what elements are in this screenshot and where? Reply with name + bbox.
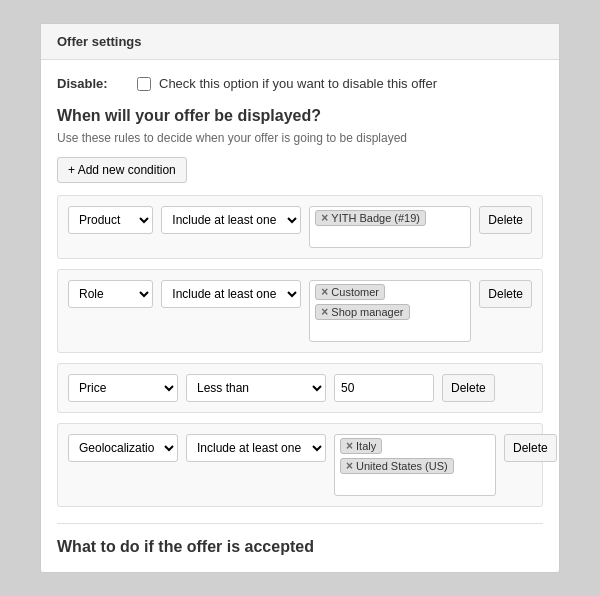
tag-input-0[interactable]: [315, 230, 465, 244]
tag-remove-icon[interactable]: ×: [321, 286, 328, 298]
condition-row: RoleInclude at least one of×Customer×Sho…: [57, 269, 543, 353]
disable-checkbox[interactable]: [137, 77, 151, 91]
when-title: When will your offer be displayed?: [57, 107, 543, 125]
condition-type-select-2[interactable]: Price: [68, 374, 178, 402]
delete-button-2[interactable]: Delete: [442, 374, 495, 402]
offer-settings-panel: Offer settings Disable: Check this optio…: [40, 23, 560, 573]
condition-type-select-0[interactable]: Product: [68, 206, 153, 234]
tag-remove-icon[interactable]: ×: [321, 306, 328, 318]
tag-label: YITH Badge (#19): [331, 212, 420, 224]
disable-checkbox-text: Check this option if you want to disable…: [159, 76, 437, 91]
footer-title: What to do if the offer is accepted: [57, 523, 543, 556]
delete-button-1[interactable]: Delete: [479, 280, 532, 308]
disable-label: Disable:: [57, 76, 137, 91]
condition-operator-select-3[interactable]: Include at least one of: [186, 434, 326, 462]
conditions-container: ProductInclude at least one of×YITH Badg…: [57, 195, 543, 507]
delete-button-0[interactable]: Delete: [479, 206, 532, 234]
tag-label: Customer: [331, 286, 379, 298]
tag: ×United States (US): [340, 458, 454, 474]
condition-values-3: ×Italy×United States (US): [334, 434, 496, 496]
panel-header: Offer settings: [41, 24, 559, 60]
when-subtitle: Use these rules to decide when your offe…: [57, 131, 543, 145]
condition-text-input-2[interactable]: [334, 374, 434, 402]
tag-remove-icon[interactable]: ×: [346, 460, 353, 472]
condition-values-0: ×YITH Badge (#19): [309, 206, 471, 248]
condition-operator-select-2[interactable]: Less than: [186, 374, 326, 402]
add-condition-button[interactable]: + Add new condition: [57, 157, 187, 183]
tag-remove-icon[interactable]: ×: [346, 440, 353, 452]
tag: ×Shop manager: [315, 304, 409, 320]
disable-row: Disable: Check this option if you want t…: [57, 76, 543, 91]
delete-button-3[interactable]: Delete: [504, 434, 557, 462]
disable-checkbox-wrapper: Check this option if you want to disable…: [137, 76, 437, 91]
condition-row: GeolocalizationInclude at least one of×I…: [57, 423, 543, 507]
condition-type-select-1[interactable]: Role: [68, 280, 153, 308]
condition-type-select-3[interactable]: Geolocalization: [68, 434, 178, 462]
condition-row: ProductInclude at least one of×YITH Badg…: [57, 195, 543, 259]
condition-values-1: ×Customer×Shop manager: [309, 280, 471, 342]
condition-operator-select-1[interactable]: Include at least one of: [161, 280, 301, 308]
condition-row: PriceLess thanDelete: [57, 363, 543, 413]
panel-body: Disable: Check this option if you want t…: [41, 60, 559, 572]
tag-label: Shop manager: [331, 306, 403, 318]
tag-label: United States (US): [356, 460, 448, 472]
tag: ×Italy: [340, 438, 382, 454]
tag-input-3[interactable]: [340, 478, 490, 492]
tag: ×Customer: [315, 284, 385, 300]
tag-label: Italy: [356, 440, 376, 452]
tag: ×YITH Badge (#19): [315, 210, 426, 226]
tag-remove-icon[interactable]: ×: [321, 212, 328, 224]
tag-input-1[interactable]: [315, 324, 465, 338]
condition-operator-select-0[interactable]: Include at least one of: [161, 206, 301, 234]
